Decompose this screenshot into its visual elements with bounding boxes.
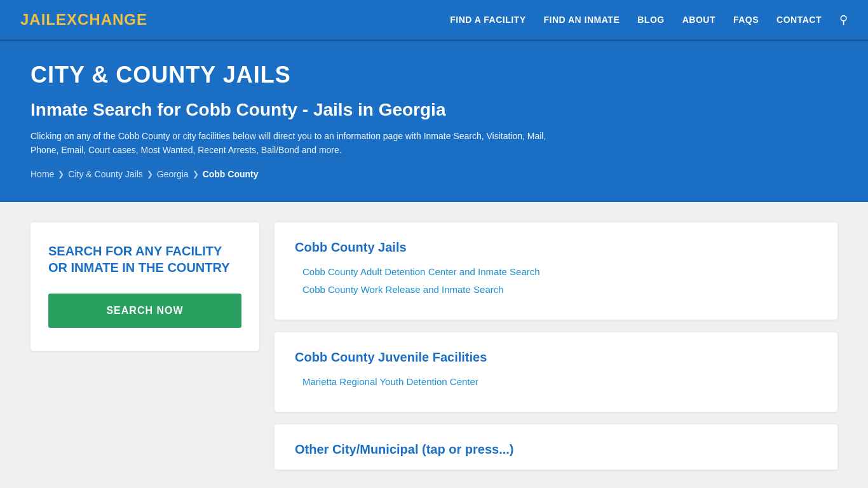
hero-description: Clicking on any of the Cobb County or ci… [31, 129, 552, 158]
nav-contact[interactable]: CONTACT [776, 15, 822, 25]
nav-menu: FIND A FACILITY FIND AN INMATE BLOG ABOU… [450, 13, 848, 27]
nav-find-facility[interactable]: FIND A FACILITY [450, 15, 526, 25]
nav-find-inmate[interactable]: FIND AN INMATE [543, 15, 620, 25]
nav-about[interactable]: ABOUT [682, 15, 715, 25]
facility-other-heading: Other City/Municipal (tap or press...) [295, 442, 817, 457]
main-content: SEARCH FOR ANY FACILITY OR INMATE IN THE… [0, 202, 868, 488]
navbar: JAILEXCHANGE FIND A FACILITY FIND AN INM… [0, 0, 868, 41]
nav-blog[interactable]: BLOG [637, 15, 664, 25]
facility-juvenile-heading: Cobb County Juvenile Facilities [295, 350, 817, 365]
breadcrumb-home[interactable]: Home [31, 169, 54, 179]
breadcrumb-city-county[interactable]: City & County Jails [68, 169, 142, 179]
breadcrumb-current: Cobb County [203, 169, 259, 179]
search-box-heading: SEARCH FOR ANY FACILITY OR INMATE IN THE… [48, 243, 241, 276]
facility-jails-link-1[interactable]: Cobb County Adult Detention Center and I… [302, 266, 540, 277]
breadcrumb-state[interactable]: Georgia [157, 169, 189, 179]
list-item: Cobb County Adult Detention Center and I… [302, 266, 817, 278]
facility-card-juvenile: Cobb County Juvenile Facilities Marietta… [275, 332, 837, 412]
breadcrumb-sep-3: ❯ [193, 170, 199, 179]
breadcrumb-sep-2: ❯ [147, 170, 153, 179]
search-now-button[interactable]: SEARCH NOW [48, 294, 241, 328]
facility-jails-list: Cobb County Adult Detention Center and I… [295, 266, 817, 295]
logo-jail: JAIL [20, 11, 56, 28]
nav-faqs[interactable]: FAQs [733, 15, 759, 25]
list-item: Marietta Regional Youth Detention Center [302, 376, 817, 388]
facility-card-jails: Cobb County Jails Cobb County Adult Dete… [275, 222, 837, 320]
facility-jails-link-2[interactable]: Cobb County Work Release and Inmate Sear… [302, 284, 504, 295]
breadcrumb-sep-1: ❯ [58, 170, 64, 179]
page-subtitle: Inmate Search for Cobb County - Jails in… [31, 100, 837, 120]
left-panel: SEARCH FOR ANY FACILITY OR INMATE IN THE… [31, 222, 259, 470]
facility-jails-heading: Cobb County Jails [295, 240, 817, 255]
right-panel: Cobb County Jails Cobb County Adult Dete… [275, 222, 837, 470]
site-logo[interactable]: JAILEXCHANGE [20, 11, 147, 29]
facility-juvenile-link-1[interactable]: Marietta Regional Youth Detention Center [302, 376, 478, 387]
search-box: SEARCH FOR ANY FACILITY OR INMATE IN THE… [31, 222, 259, 351]
list-item: Cobb County Work Release and Inmate Sear… [302, 284, 817, 295]
page-title: CITY & COUNTY JAILS [31, 62, 837, 88]
breadcrumb: Home ❯ City & County Jails ❯ Georgia ❯ C… [31, 169, 837, 179]
hero-banner: CITY & COUNTY JAILS Inmate Search for Co… [0, 41, 868, 202]
facility-juvenile-list: Marietta Regional Youth Detention Center [295, 376, 817, 388]
facility-card-other: Other City/Municipal (tap or press...) [275, 424, 837, 470]
search-icon[interactable]: ⚲ [839, 13, 848, 26]
logo-exchange: EXCHANGE [56, 11, 147, 28]
